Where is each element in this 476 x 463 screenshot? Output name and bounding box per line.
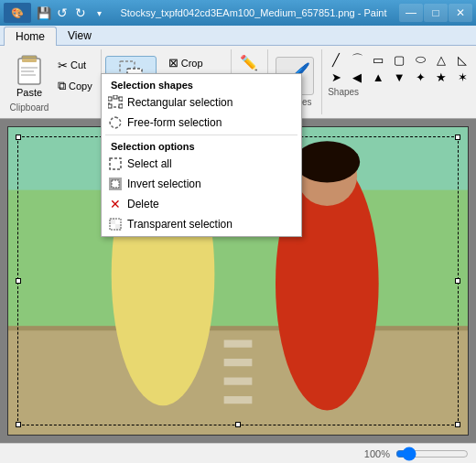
redo-icon: ↻ — [75, 5, 86, 20]
crop-button[interactable]: ⊠ Crop — [164, 53, 223, 72]
window-controls: — □ ✕ — [399, 4, 472, 22]
shape-arrow-right[interactable]: ➤ — [326, 69, 346, 85]
scissors-icon: ✂ — [58, 59, 68, 72]
shape-curve[interactable]: ⌒ — [347, 51, 367, 68]
svg-rect-11 — [119, 97, 123, 101]
section-label-options: Selection options — [102, 137, 301, 154]
paint-icon: 🎨 — [11, 7, 24, 18]
svg-rect-14 — [110, 158, 121, 169]
menu-separator-1 — [105, 135, 298, 135]
shape-star4[interactable]: ✦ — [410, 69, 430, 85]
shapes-group: ╱ ⌒ ▭ ▢ ⬭ △ ◺ ◇ ⬠ ⬡ ➤ ◀ ▲ ▼ ✦ ★ ✶ 💬 ♥ ⚡ … — [322, 49, 476, 114]
paste-button[interactable]: Paste — [7, 51, 51, 101]
maximize-button[interactable]: □ — [424, 4, 448, 22]
save-button[interactable]: 💾 — [35, 4, 53, 22]
freeform-icon — [107, 114, 124, 131]
shape-right-triangle[interactable]: ◺ — [452, 51, 472, 68]
shape-arrow-up[interactable]: ▲ — [368, 69, 388, 85]
shape-arrow-left[interactable]: ◀ — [347, 69, 367, 85]
crop-icon: ⊠ — [168, 56, 178, 70]
shapes-label: Shapes — [326, 87, 359, 97]
save-icon: 💾 — [37, 6, 51, 20]
clipboard-group: Paste Clipboard ✂ Cut ⧉ Copy — [4, 49, 102, 114]
section-label-shapes: Selection shapes — [102, 76, 301, 92]
svg-rect-13 — [119, 104, 123, 108]
rectangular-selection-item[interactable]: Rectangular selection — [102, 92, 301, 113]
shape-ellipse[interactable]: ⬭ — [410, 51, 430, 68]
invert-selection-item[interactable]: Invert selection — [102, 174, 301, 194]
svg-rect-32 — [224, 340, 253, 348]
delete-item[interactable]: ✕ Delete — [102, 194, 301, 214]
svg-rect-9 — [108, 97, 112, 101]
ribbon-tabs: Home View — [0, 26, 476, 46]
selection-dropdown: Selection shapes Rectangular selection — [101, 73, 302, 237]
paste-label: Paste — [16, 87, 42, 98]
shape-rect[interactable]: ▭ — [368, 51, 388, 68]
pencil-button[interactable]: ✏️ — [237, 51, 261, 74]
svg-point-31 — [294, 141, 360, 182]
svg-rect-10 — [114, 95, 117, 99]
zoom-slider[interactable] — [395, 447, 469, 461]
copy-cut-group: ✂ Cut ⧉ Copy — [53, 51, 97, 113]
title-bar: 🎨 💾 ↺ ↻ ▾ Stocksy_txpfd042cd3EAm100_Medi… — [0, 0, 476, 26]
zoom-level: 100% — [364, 448, 390, 459]
freeform-selection-item[interactable]: Free-form selection — [102, 113, 301, 133]
svg-rect-4 — [21, 70, 34, 72]
invert-icon — [107, 176, 124, 192]
svg-rect-12 — [108, 104, 112, 108]
undo-button[interactable]: ↺ — [53, 4, 71, 22]
app-menu-button[interactable]: 🎨 — [4, 3, 31, 23]
select-all-icon — [107, 156, 124, 172]
ribbon: Paste Clipboard ✂ Cut ⧉ Copy — [0, 46, 476, 119]
svg-rect-2 — [22, 59, 37, 62]
rectangular-icon — [107, 94, 124, 111]
svg-rect-16 — [112, 180, 119, 188]
transparent-icon — [107, 216, 124, 232]
clipboard-label: Clipboard — [10, 102, 49, 113]
undo-icon: ↺ — [57, 5, 68, 20]
status-bar: 100% — [0, 443, 476, 463]
redo-button[interactable]: ↻ — [71, 4, 90, 22]
shape-arrow-down[interactable]: ▼ — [389, 69, 409, 85]
svg-rect-33 — [224, 359, 253, 366]
shape-line[interactable]: ╱ — [326, 51, 346, 68]
minimize-button[interactable]: — — [399, 4, 423, 22]
shapes-grid: ╱ ⌒ ▭ ▢ ⬭ △ ◺ ◇ ⬠ ⬡ ➤ ◀ ▲ ▼ ✦ ★ ✶ 💬 ♥ ⚡ — [326, 51, 476, 85]
svg-rect-35 — [224, 396, 253, 404]
shape-triangle[interactable]: △ — [431, 51, 451, 68]
svg-rect-34 — [224, 378, 253, 385]
svg-rect-3 — [21, 67, 38, 69]
tab-home[interactable]: Home — [4, 27, 57, 46]
paste-icon — [15, 54, 44, 87]
cut-button[interactable]: ✂ Cut — [53, 56, 97, 75]
tab-view[interactable]: View — [57, 27, 103, 45]
copy-button[interactable]: ⧉ Copy — [53, 76, 97, 96]
window-title: Stocksy_txpfd042cd3EAm100_Medium_657851.… — [108, 7, 399, 18]
qa-dropdown-button[interactable]: ▾ — [90, 4, 108, 22]
svg-rect-5 — [21, 74, 36, 76]
close-button[interactable]: ✕ — [449, 4, 472, 22]
select-all-item[interactable]: Select all — [102, 154, 301, 174]
shape-star5[interactable]: ★ — [431, 69, 451, 85]
copy-icon: ⧉ — [58, 79, 66, 93]
shape-rounded-rect[interactable]: ▢ — [389, 51, 409, 68]
transparent-selection-item[interactable]: Transparent selection — [102, 214, 301, 234]
delete-icon: ✕ — [107, 196, 124, 212]
shape-star6[interactable]: ✶ — [452, 69, 472, 85]
